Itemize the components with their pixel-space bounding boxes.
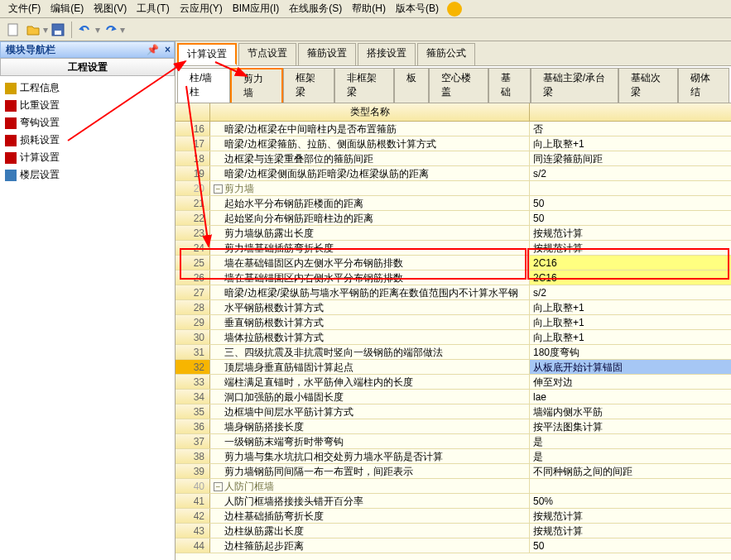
pin-icon[interactable]: 📌 bbox=[147, 44, 159, 55]
sub-tab[interactable]: 剪力墙 bbox=[230, 68, 283, 103]
nav-item[interactable]: 损耗设置 bbox=[2, 132, 173, 149]
grid-row[interactable]: 43 边柱纵筋露出长度按规范计算 bbox=[176, 524, 731, 538]
nav-item[interactable]: 计算设置 bbox=[2, 149, 173, 166]
main-tab[interactable]: 箍筋公式 bbox=[417, 43, 475, 65]
menu-file[interactable]: 文件(F) bbox=[3, 0, 46, 17]
grid-row[interactable]: 29 垂直钢筋根数计算方式向上取整+1 bbox=[176, 315, 731, 330]
close-icon[interactable]: × bbox=[165, 44, 171, 55]
grid-row[interactable]: 31 三、四级抗震及非抗震时竖向一级钢筋的端部做法180度弯钩 bbox=[176, 345, 731, 360]
tab-bar-main: 计算设置节点设置箍筋设置搭接设置箍筋公式 bbox=[176, 41, 731, 66]
sub-tab[interactable]: 空心楼盖 bbox=[429, 68, 488, 103]
col-type-name: 类型名称 bbox=[210, 103, 530, 121]
open-icon[interactable] bbox=[25, 22, 41, 38]
menu-edit[interactable]: 编辑(E) bbox=[46, 0, 89, 17]
grid-row[interactable]: 25 墙在基础锚固区内左侧水平分布钢筋排数2C16 bbox=[176, 256, 731, 270]
tab-bar-sub: 柱/墙柱剪力墙框架梁非框架梁板空心楼盖基础基础主梁/承台梁基础次梁砌体结 bbox=[176, 66, 731, 103]
grid-row[interactable]: 34 洞口加强筋的最小锚固长度lae bbox=[176, 390, 731, 404]
grid-row[interactable]: 21 起始水平分布钢筋距楼面的距离50 bbox=[176, 196, 731, 211]
grid-row[interactable]: 23 剪力墙纵筋露出长度按规范计算 bbox=[176, 226, 731, 241]
undo-icon[interactable] bbox=[77, 22, 94, 38]
new-icon[interactable] bbox=[5, 22, 22, 38]
main-tab[interactable]: 计算设置 bbox=[177, 43, 237, 65]
menu-tool[interactable]: 工具(T) bbox=[132, 0, 174, 17]
sidebar: 模块导航栏 📌 × 工程设置 工程信息比重设置弯钩设置损耗设置计算设置楼层设置 bbox=[0, 41, 176, 560]
sidebar-subtitle: 工程设置 bbox=[0, 58, 175, 76]
grid-row[interactable]: 40−人防门框墙 bbox=[176, 479, 731, 494]
menu-cloud[interactable]: 云应用(Y) bbox=[175, 0, 228, 17]
grid-row[interactable]: 27 暗梁/边框梁/梁纵筋与墙水平钢筋的距离在数值范围内不计算水平钢s/2 bbox=[176, 285, 731, 300]
menu-bim[interactable]: BIM应用(I) bbox=[228, 0, 285, 17]
grid-body[interactable]: 16 暗梁/边框梁在中间暗柱内是否布置箍筋否17 暗梁/边框梁箍筋、拉筋、侧面纵… bbox=[176, 122, 731, 560]
toolbar: ▾ ▾ ▾ bbox=[0, 18, 731, 41]
main-tab[interactable]: 节点设置 bbox=[238, 43, 296, 65]
menu-help[interactable]: 帮助(H) bbox=[347, 0, 391, 17]
menu-bar: 文件(F) 编辑(E) 视图(V) 工具(T) 云应用(Y) BIM应用(I) … bbox=[0, 0, 731, 18]
grid-row[interactable]: 20−剪力墙 bbox=[176, 181, 731, 196]
svg-rect-2 bbox=[55, 31, 61, 35]
nav-item[interactable]: 工程信息 bbox=[2, 79, 173, 97]
grid-row[interactable]: 22 起始竖向分布钢筋距暗柱边的距离50 bbox=[176, 211, 731, 226]
help-icon[interactable] bbox=[447, 2, 462, 17]
grid-header: 类型名称 bbox=[176, 103, 731, 122]
nav-tree: 工程信息比重设置弯钩设置损耗设置计算设置楼层设置 bbox=[0, 76, 175, 560]
menu-online[interactable]: 在线服务(S) bbox=[284, 0, 347, 17]
menu-version[interactable]: 版本号(B) bbox=[391, 0, 444, 17]
main-tab[interactable]: 箍筋设置 bbox=[298, 43, 356, 65]
nav-item[interactable]: 比重设置 bbox=[2, 97, 173, 114]
menu-view[interactable]: 视图(V) bbox=[89, 0, 132, 17]
grid-row[interactable]: 44 边柱箍筋起步距离50 bbox=[176, 538, 731, 553]
sub-tab[interactable]: 砌体结 bbox=[678, 68, 729, 103]
sub-tab[interactable]: 柱/墙柱 bbox=[177, 68, 230, 103]
grid-row[interactable]: 24 剪力墙基础插筋弯折长度按规范计算 bbox=[176, 241, 731, 256]
save-icon[interactable] bbox=[50, 22, 66, 38]
grid-row[interactable]: 38 剪力墙与集水坑抗口相交处剪力墙水平筋是否计算是 bbox=[176, 449, 731, 464]
nav-item[interactable]: 弯钩设置 bbox=[2, 114, 173, 132]
grid-row[interactable]: 39 剪力墙钢筋同间隔一布一布置时，间距表示不同种钢筋之间的间距 bbox=[176, 464, 731, 479]
svg-rect-0 bbox=[8, 24, 17, 36]
sidebar-title: 模块导航栏 📌 × bbox=[0, 41, 175, 58]
sub-tab[interactable]: 基础次梁 bbox=[618, 68, 678, 103]
sub-tab[interactable]: 板 bbox=[394, 68, 429, 103]
grid-row[interactable]: 17 暗梁/边框梁箍筋、拉筋、侧面纵筋根数计算方式向上取整+1 bbox=[176, 136, 731, 151]
sub-tab[interactable]: 基础 bbox=[488, 68, 531, 103]
grid-row[interactable]: 16 暗梁/边框梁在中间暗柱内是否布置箍筋否 bbox=[176, 122, 731, 136]
grid-row[interactable]: 30 墙体拉筋根数计算方式向上取整+1 bbox=[176, 330, 731, 345]
grid-row[interactable]: 41 人防门框墙搭接接头错开百分率50% bbox=[176, 494, 731, 509]
grid-row[interactable]: 19 暗梁/边框梁侧面纵筋距暗梁/边框梁纵筋的距离s/2 bbox=[176, 166, 731, 181]
sub-tab[interactable]: 框架梁 bbox=[283, 68, 334, 103]
grid-row[interactable]: 28 水平钢筋根数计算方式向上取整+1 bbox=[176, 300, 731, 315]
sub-tab[interactable]: 非框架梁 bbox=[334, 68, 394, 103]
sub-tab[interactable]: 基础主梁/承台梁 bbox=[531, 68, 619, 103]
grid-row[interactable]: 42 边柱基础插筋弯折长度按规范计算 bbox=[176, 509, 731, 524]
redo-icon[interactable] bbox=[102, 22, 118, 38]
nav-item[interactable]: 楼层设置 bbox=[2, 166, 173, 184]
grid-row[interactable]: 18 边框梁与连梁重叠部位的箍筋间距同连梁箍筋间距 bbox=[176, 151, 731, 166]
grid-row[interactable]: 26 墙在基础锚固区内右侧水平分布钢筋排数2C16 bbox=[176, 270, 731, 285]
grid-row[interactable]: 37 一级钢筋末端弯折时带弯钩是 bbox=[176, 434, 731, 449]
main-tab[interactable]: 搭接设置 bbox=[358, 43, 416, 65]
grid-row[interactable]: 35 边框墙中间层水平筋计算方式墙端内侧水平筋 bbox=[176, 404, 731, 419]
grid-row[interactable]: 33 端柱满足直锚时，水平筋伸入端柱内的长度伸至对边 bbox=[176, 375, 731, 390]
sidebar-title-label: 模块导航栏 bbox=[6, 43, 55, 57]
grid-row[interactable]: 36 墙身钢筋搭接长度按平法图集计算 bbox=[176, 419, 731, 434]
grid-row[interactable]: 32 顶层墙身垂直筋锚固计算起点从板底开始计算锚固 bbox=[176, 360, 731, 375]
